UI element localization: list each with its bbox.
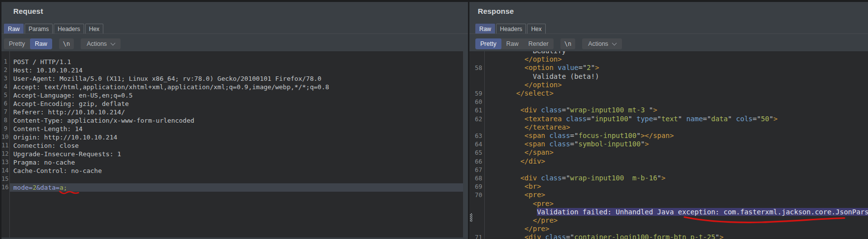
request-panel: Request RawParamsHeadersHex PrettyRaw \n… [1,2,468,239]
line-number: 60 [469,98,482,106]
tab-raw[interactable]: Raw [4,24,24,34]
line-number: 4 [1,83,7,91]
request-actions-button[interactable]: Actions [81,38,121,49]
request-actions-label: Actions [87,40,107,47]
code-line: Validate (beta!) [469,72,868,81]
request-view-toggle: PrettyRaw [4,38,52,49]
line-text: </div> [487,157,545,166]
code-line: 6Accept-Encoding: gzip, deflate [1,100,463,108]
line-number: 7 [1,108,7,116]
line-text: <div class="wrap-input100 m-b-16"> [487,174,665,182]
code-line: 59 </select> [469,89,868,98]
line-text: Pragma: no-cache [13,158,75,167]
burp-message-editor: { "colors": { "selected_tab_bg": "#4d5a8… [0,0,868,239]
line-number: 62 [469,115,482,123]
line-text: Validation failed: Unhandled Java except… [487,208,868,216]
code-line: <pre> [469,200,868,208]
code-line: 16mode=2&data=a; [1,183,463,192]
line-text: </option> [487,81,562,89]
request-newline-toggle-button[interactable]: \n [59,38,74,49]
tab-hex[interactable]: Hex [85,24,103,34]
code-line: </pre> [469,216,868,225]
line-text: Origin: http://10.10.10.214 [13,133,117,141]
line-text: </pre> [487,225,549,233]
code-line: 3User-Agent: Mozilla/5.0 (X11; Linux x86… [1,74,463,83]
tab-params[interactable]: Params [25,24,53,34]
code-line: 12Upgrade-Insecure-Requests: 1 [1,150,463,158]
line-text: POST / HTTP/1.1 [13,58,71,66]
view-button-pretty[interactable]: Pretty [475,38,501,49]
code-line: 8Content-Type: application/x-www-form-ur… [1,116,463,125]
line-text: Validate (beta!) [487,72,599,81]
request-tab-bar-divider [1,34,468,34]
line-number: 67 [469,166,482,174]
line-number: 68 [469,174,482,182]
response-scrollbar-thumb[interactable] [470,213,472,222]
code-line: Beautify [469,51,868,55]
line-text: <span class="symbol-input100"> [487,140,649,148]
tab-headers[interactable]: Headers [496,24,526,34]
response-tab-bar-divider [469,34,868,34]
chevron-down-icon [612,41,617,46]
code-line: 9Content-Length: 14 [1,125,463,133]
line-number: 69 [469,182,482,191]
code-line: 4Accept: text/html,application/xhtml+xml… [1,83,463,91]
view-button-render[interactable]: Render [524,38,554,49]
view-button-pretty[interactable]: Pretty [4,38,30,49]
line-text: Beautify [487,51,566,55]
response-actions-label: Actions [588,40,608,47]
code-line: 14Cache-Control: no-cache [1,167,463,175]
line-number: 12 [1,150,7,158]
line-number: 15 [1,175,7,183]
line-number: 6 [1,100,7,108]
line-number: 5 [1,91,7,100]
response-actions-button[interactable]: Actions [582,38,622,49]
line-text: Referer: http://10.10.10.214/ [13,108,125,116]
line-number: 13 [1,158,7,167]
line-text: Content-Type: application/x-www-form-url… [13,116,194,125]
request-editor[interactable]: 1POST / HTTP/1.12Host: 10.10.10.2143User… [1,51,463,238]
response-editor[interactable]: Beautify </option>58 <option value="2"> … [469,51,868,239]
code-line: </textarea> [469,123,868,132]
line-number: 70 [469,191,482,199]
code-line: 68 <div class="wrap-input100 m-b-16"> [469,174,868,182]
tab-headers[interactable]: Headers [54,24,84,34]
view-button-raw[interactable]: Raw [30,38,52,49]
line-number: 11 [1,141,7,150]
line-number: 1 [1,58,7,66]
line-text: <br> [487,182,541,191]
response-newline-toggle-button[interactable]: \n [560,38,575,49]
code-line: 70 <pre> [469,191,868,199]
line-text: Accept: text/html,application/xhtml+xml,… [13,83,329,91]
code-line: 15 [1,175,463,183]
line-text: <textarea class="input100" type="text" n… [487,115,777,123]
line-text: </pre> [487,216,558,225]
code-line: 10Origin: http://10.10.10.214 [1,133,463,141]
line-text: User-Agent: Mozilla/5.0 (X11; Linux x86_… [13,74,321,83]
line-text: <option value="2"> [487,64,599,72]
code-line: 71 <div class="container-login100-form-b… [469,233,868,239]
code-line: 11Connection: close [1,141,463,150]
line-text: <div class="container-login100-form-btn … [487,233,723,239]
code-line: </option> [469,55,868,64]
line-number: 10 [1,133,7,141]
response-view-toggle: PrettyRawRender [475,38,554,49]
line-text: <pre> [487,191,545,199]
line-number: 64 [469,140,482,148]
line-number: 14 [1,167,7,175]
view-button-raw[interactable]: Raw [501,38,524,49]
line-number: 16 [1,183,7,192]
response-panel-title: Response [478,7,514,15]
code-line: 7Referer: http://10.10.10.214/ [1,108,463,116]
line-number: 3 [1,74,7,83]
tab-raw[interactable]: Raw [475,24,495,34]
line-number: 58 [469,64,482,72]
line-text: <div class="wrap-input100 mt-3 "> [487,106,657,114]
line-number: 59 [469,89,482,98]
line-number: 66 [469,157,482,166]
line-text: <span class="focus-input100"></span> [487,132,674,140]
request-panel-title: Request [13,7,43,15]
line-number: 2 [1,66,7,74]
chevron-down-icon [111,41,116,46]
tab-hex[interactable]: Hex [527,24,545,34]
